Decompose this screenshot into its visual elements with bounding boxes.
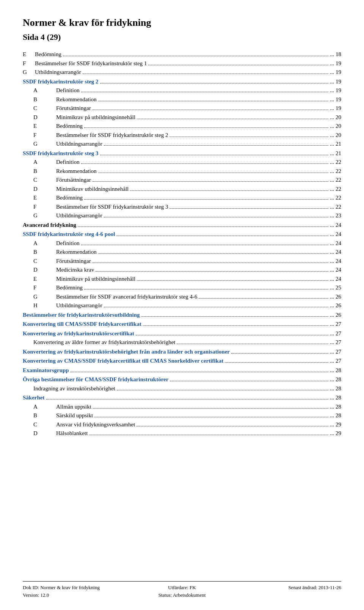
toc-entry: Säkerhet... 28 bbox=[23, 393, 341, 402]
toc-letter: D bbox=[33, 429, 56, 438]
toc-text: Bestämmelser för SSDF avancerad fridykar… bbox=[56, 292, 197, 301]
toc-page-num: ... 27 bbox=[330, 357, 341, 365]
toc-page-num: ... 24 bbox=[330, 275, 341, 283]
toc-page-num: ... 19 bbox=[330, 95, 341, 104]
toc-section-label: Övriga bestämmelser för CMAS/SSDF fridyk… bbox=[23, 375, 168, 384]
toc-page-num: ... 19 bbox=[330, 68, 341, 77]
toc-entry: SSDF fridykarinstruktör steg 2... 19 bbox=[23, 77, 341, 86]
toc-letter: A bbox=[33, 239, 56, 248]
toc-letter: C bbox=[33, 104, 56, 113]
toc-letter: Konvertering av äldre former av fridykar… bbox=[33, 338, 175, 347]
toc-text: Bestämmelser för SSDF fridykarinstruktör… bbox=[56, 203, 168, 211]
toc-text: Bedömning bbox=[56, 122, 83, 130]
toc-text: Bestämmelser för SSDF fridykarinstruktör… bbox=[35, 59, 147, 68]
toc-text: Bestämmelser för SSDF fridykarinstruktör… bbox=[56, 131, 168, 140]
toc-text: Bedömning bbox=[35, 50, 61, 59]
toc-section-label: SSDF fridykarinstruktör steg 3 bbox=[23, 149, 99, 158]
toc-entry: CFörutsättningar... 22 bbox=[23, 176, 341, 184]
toc-page-num: ... 22 bbox=[330, 167, 341, 176]
toc-text: Utbildningsarrangör bbox=[35, 68, 81, 77]
toc-entry: Konvertering av CMAS/SSDF fridykarcertif… bbox=[23, 357, 341, 365]
toc-entry: BRekommendation... 22 bbox=[23, 167, 341, 176]
toc-entry: GBestämmelser för SSDF avancerad fridyka… bbox=[23, 292, 341, 301]
toc-section-label: Avancerad fridykning bbox=[23, 221, 76, 230]
toc-page-num: ... 26 bbox=[330, 311, 341, 319]
toc-letter: B bbox=[33, 167, 56, 176]
toc-letter: D bbox=[33, 266, 56, 274]
toc-entry: HUtbildningsarrangör... 26 bbox=[23, 301, 341, 310]
toc-text: Utbildningsarrangör bbox=[56, 301, 102, 310]
toc-text: Allmän uppsikt bbox=[56, 402, 91, 411]
toc-entry: CFörutsättningar... 19 bbox=[23, 104, 341, 113]
toc-entry: GUtbildningsarrangör... 21 bbox=[23, 140, 341, 148]
toc-entry: Avancerad fridykning... 24 bbox=[23, 221, 341, 230]
toc-letter: E bbox=[23, 50, 35, 59]
toc-page-num: ... 20 bbox=[330, 131, 341, 140]
toc-entry: CAnsvar vid fridykningsverksamhet... 29 bbox=[23, 420, 341, 429]
toc-page-num: ... 24 bbox=[330, 266, 341, 274]
toc-letter: C bbox=[33, 257, 56, 266]
toc-entry: ADefinition... 22 bbox=[23, 158, 341, 167]
footer: Dok ID: Normer & krav för fridykning Ver… bbox=[23, 581, 341, 599]
toc-entry: CFörutsättningar... 24 bbox=[23, 257, 341, 266]
toc-page-num: ... 27 bbox=[330, 338, 341, 347]
toc-text: Rekommendation bbox=[56, 95, 97, 104]
toc-entry: ADefinition... 24 bbox=[23, 239, 341, 248]
toc-entry: DMinimikrav utbildningsinnehåll... 22 bbox=[23, 185, 341, 193]
toc-entry: EMinimikrav på utbildningsinnehåll... 24 bbox=[23, 275, 341, 283]
toc-page-num: ... 19 bbox=[330, 77, 341, 86]
toc-section-label: Konvertering av fridykarinstruktörsbehör… bbox=[23, 347, 230, 356]
toc-letter: H bbox=[33, 301, 56, 310]
footer-utfarare: Utfärdare: FK Status: Arbetsdokument bbox=[129, 584, 235, 599]
toc-entry: Bestämmelser för fridykarinstruktörsutbi… bbox=[23, 311, 341, 319]
toc-page-num: ... 19 bbox=[330, 86, 341, 95]
toc-entry: ADefinition... 19 bbox=[23, 86, 341, 95]
toc-text: Medicinska krav bbox=[56, 266, 94, 274]
toc-letter: C bbox=[33, 420, 56, 429]
toc-text: Minimikrav på utbildningsinnehåll bbox=[56, 275, 135, 283]
toc-page-num: ... 19 bbox=[330, 59, 341, 68]
toc-entry: DMinimikrav på utbildningsinnehåll... 20 bbox=[23, 113, 341, 122]
toc-page-num: ... 24 bbox=[330, 221, 341, 230]
toc-letter: G bbox=[23, 68, 35, 77]
toc-text: Minimikrav utbildningsinnehåll bbox=[56, 185, 129, 193]
toc-page-num: ... 27 bbox=[330, 347, 341, 356]
toc-page-num: ... 26 bbox=[330, 292, 341, 301]
toc-entry: EBedömning... 22 bbox=[23, 193, 341, 202]
toc-page-num: ... 22 bbox=[330, 176, 341, 184]
toc: EBedömning... 18FBestämmelser för SSDF f… bbox=[23, 50, 341, 438]
toc-entry: GUtbildningsarrangör... 19 bbox=[23, 68, 341, 77]
toc-letter: D bbox=[33, 113, 56, 122]
toc-page-num: ... 28 bbox=[330, 393, 341, 402]
toc-letter: G bbox=[33, 140, 56, 148]
toc-entry: DMedicinska krav... 24 bbox=[23, 266, 341, 274]
toc-page-num: ... 28 bbox=[330, 366, 341, 375]
toc-text: Ansvar vid fridykningsverksamhet bbox=[56, 420, 135, 429]
toc-letter: B bbox=[33, 411, 56, 420]
toc-page-num: ... 22 bbox=[330, 193, 341, 202]
toc-page-num: ... 26 bbox=[330, 301, 341, 310]
toc-entry: GUtbildningsarrangör... 23 bbox=[23, 211, 341, 220]
toc-entry: EBedömning... 20 bbox=[23, 122, 341, 130]
toc-entry: BSärskild uppsikt... 28 bbox=[23, 411, 341, 420]
toc-entry: Konvertering till CMAS/SSDF fridykarcert… bbox=[23, 320, 341, 329]
toc-entry: FBestämmelser för SSDF fridykarinstruktö… bbox=[23, 59, 341, 68]
toc-letter: E bbox=[33, 122, 56, 130]
toc-page-num: ... 22 bbox=[330, 203, 341, 211]
toc-letter: E bbox=[33, 275, 56, 283]
toc-page-num: ... 22 bbox=[330, 185, 341, 193]
toc-letter: A bbox=[33, 158, 56, 167]
toc-entry: Övriga bestämmelser för CMAS/SSDF fridyk… bbox=[23, 375, 341, 384]
toc-page-num: ... 21 bbox=[330, 140, 341, 148]
toc-entry: Konvertering av fridykarinstruktörsbehör… bbox=[23, 347, 341, 356]
toc-page-num: ... 20 bbox=[330, 113, 341, 122]
toc-entry: SSDF fridykarinstruktör steg 4-6 pool...… bbox=[23, 230, 341, 239]
toc-page-num: ... 24 bbox=[330, 248, 341, 256]
toc-section-label: Säkerhet bbox=[23, 393, 45, 402]
toc-page-num: ... 23 bbox=[330, 211, 341, 220]
toc-entry: FBestämmelser för SSDF fridykarinstruktö… bbox=[23, 131, 341, 140]
toc-text: Förutsättningar bbox=[56, 257, 91, 266]
toc-page-num: ... 29 bbox=[330, 420, 341, 429]
toc-letter: B bbox=[33, 248, 56, 256]
toc-entry: FBedömning... 25 bbox=[23, 283, 341, 292]
